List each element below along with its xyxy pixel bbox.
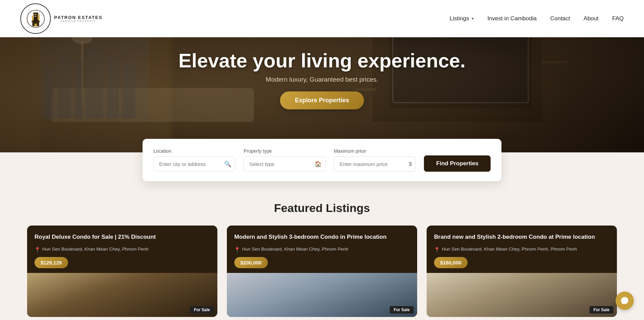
listings-grid: Royal Deluxe Condo for Sale | 21% Discou…	[27, 226, 617, 317]
property-type-label: Property type	[243, 148, 325, 154]
card-location: 📍 Hun Sen Boulevard, Khan Mean Chey, Phn…	[35, 247, 210, 252]
svg-rect-9	[34, 24, 37, 26]
card-price-badge: $160,000	[434, 257, 468, 268]
svg-rect-24	[81, 41, 83, 108]
nav-item-invest[interactable]: Invest in Cambodia	[487, 15, 537, 22]
for-sale-badge: For Sale	[589, 306, 614, 314]
card-title: Modern and Stylish 3-bedroom Condo in Pr…	[234, 233, 410, 241]
logo-text: PATRON ESTATES PREMIUM PROPERTY	[54, 15, 103, 22]
home-icon: 🏠	[315, 161, 322, 168]
svg-rect-30	[86, 47, 103, 119]
nav-link-contact[interactable]: Contact	[550, 15, 570, 22]
property-type-input-wrap: 🏠	[243, 156, 325, 172]
card-image: For Sale	[27, 273, 217, 317]
explore-properties-button[interactable]: Explore Properties	[280, 91, 364, 109]
max-price-label: Maximum price	[334, 148, 416, 154]
svg-rect-5	[33, 16, 35, 17]
max-price-input-wrap: $	[334, 156, 416, 172]
featured-section: Featured Listings Royal Deluxe Condo for…	[0, 181, 644, 320]
hero-content: Elevate your living experience. Modern l…	[178, 50, 466, 110]
nav-link-faq[interactable]: FAQ	[612, 15, 624, 22]
for-sale-badge: For Sale	[390, 306, 414, 314]
nav-item-listings[interactable]: Listings ▾	[450, 15, 474, 22]
featured-title: Featured Listings	[27, 201, 617, 215]
chat-icon	[620, 296, 629, 305]
nav-item-about[interactable]: About	[584, 15, 599, 22]
svg-rect-6	[35, 16, 36, 17]
card-location: 📍 Hun Sen Boulevard, Khan Mean Chey, Phn…	[434, 247, 609, 252]
location-input[interactable]	[153, 156, 235, 172]
location-label: Location	[153, 148, 235, 154]
for-sale-badge: For Sale	[190, 306, 214, 314]
svg-rect-27	[44, 68, 54, 119]
listing-card[interactable]: Brand new and Stylish 2-bedroom Condo at…	[427, 226, 617, 317]
nav-link-invest[interactable]: Invest in Cambodia	[487, 15, 537, 22]
find-properties-button[interactable]: Find Properties	[424, 155, 491, 172]
nav-item-contact[interactable]: Contact	[550, 15, 570, 22]
search-icon: 🔍	[224, 161, 231, 168]
card-location: 📍 Hun Sen Boulevard, Khan Mean Chey, Phn…	[234, 247, 410, 252]
nav-link-listings[interactable]: Listings ▾	[450, 15, 474, 22]
svg-rect-29	[74, 61, 83, 119]
max-price-input[interactable]	[334, 156, 416, 172]
card-price-badge: $129,129	[35, 257, 68, 268]
logo-sub: PREMIUM PROPERTY	[61, 20, 96, 22]
dollar-icon: $	[409, 161, 412, 167]
nav-item-faq[interactable]: FAQ	[612, 15, 624, 22]
search-bar: Location 🔍 Property type 🏠 Maximum price…	[143, 139, 501, 181]
card-header: Royal Deluxe Condo for Sale | 21% Discou…	[27, 226, 217, 273]
chevron-down-icon: ▾	[472, 16, 474, 21]
svg-rect-32	[122, 64, 135, 119]
svg-rect-3	[33, 14, 35, 15]
svg-rect-4	[35, 14, 36, 15]
card-image: For Sale	[427, 273, 617, 317]
property-type-field: Property type 🏠	[243, 148, 325, 172]
logo-circle	[20, 3, 51, 34]
card-title: Royal Deluxe Condo for Sale | 21% Discou…	[35, 233, 210, 241]
logo[interactable]: PATRON ESTATES PREMIUM PROPERTY	[20, 3, 103, 34]
svg-rect-31	[107, 58, 119, 119]
listing-card[interactable]: Royal Deluxe Condo for Sale | 21% Discou…	[27, 226, 217, 317]
location-pin-icon: 📍	[234, 247, 240, 252]
card-title: Brand new and Stylish 2-bedroom Condo at…	[434, 233, 609, 241]
hero-title: Elevate your living experience.	[178, 50, 466, 71]
card-header: Brand new and Stylish 2-bedroom Condo at…	[427, 226, 617, 273]
location-field: Location 🔍	[153, 148, 235, 172]
nav-links: Listings ▾ Invest in Cambodia Contact Ab…	[450, 15, 624, 22]
max-price-field: Maximum price $	[334, 148, 416, 172]
listing-card[interactable]: Modern and Stylish 3-bedroom Condo in Pr…	[227, 226, 417, 317]
logo-brand: PATRON ESTATES	[54, 15, 103, 20]
svg-rect-23	[542, 61, 569, 64]
card-price-badge: $200,000	[234, 257, 268, 268]
nav-link-about[interactable]: About	[584, 15, 599, 22]
location-input-wrap: 🔍	[153, 156, 235, 172]
chat-button[interactable]	[616, 292, 634, 310]
location-pin-icon: 📍	[35, 247, 40, 252]
logo-icon	[26, 9, 45, 28]
card-header: Modern and Stylish 3-bedroom Condo in Pr…	[227, 226, 417, 273]
location-pin-icon: 📍	[434, 247, 440, 252]
card-image: For Sale	[227, 273, 417, 317]
svg-rect-28	[58, 54, 71, 119]
hero-subtitle: Modern luxury, Guaranteed best prices.	[266, 76, 378, 83]
property-type-input[interactable]	[243, 156, 325, 172]
navbar: PATRON ESTATES PREMIUM PROPERTY Listings…	[0, 0, 644, 37]
